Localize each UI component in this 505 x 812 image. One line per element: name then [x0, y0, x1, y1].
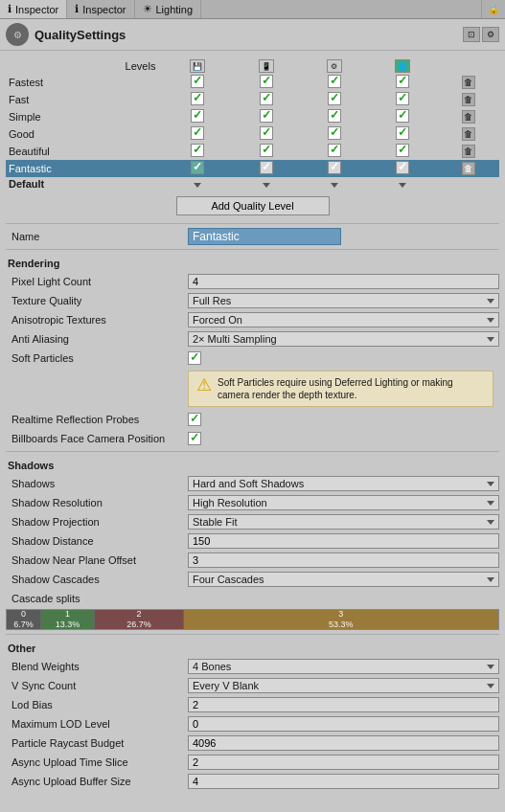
check-simple-3[interactable]	[328, 109, 341, 123]
check-fastest-2[interactable]	[260, 75, 273, 88]
content: Levels 💾 📱 ⚙ 🌐 Fastest 🗑	[0, 51, 505, 800]
realtime-reflection-label: Realtime Reflection Probes	[6, 414, 188, 425]
pixel-light-count-input[interactable]	[188, 274, 499, 289]
shadows-text: Hard and Soft Shadows	[193, 478, 304, 489]
check-good-1[interactable]	[191, 126, 204, 140]
check-good-3[interactable]	[328, 126, 341, 140]
shadow-near-plane-input[interactable]	[188, 553, 499, 568]
levels-header: Levels	[6, 58, 163, 74]
anti-aliasing-select[interactable]: 2× Multi Sampling	[188, 331, 499, 347]
blend-weights-arrow	[487, 665, 494, 669]
delete-fastest[interactable]: 🗑	[462, 76, 475, 89]
check-beautiful-4[interactable]	[396, 144, 409, 157]
check-fastest-3[interactable]	[328, 75, 341, 88]
delete-fantastic[interactable]: 🗑	[462, 162, 475, 175]
anti-aliasing-label: Anti Aliasing	[6, 333, 188, 345]
tab-inspector-2[interactable]: ℹ Inspector	[67, 0, 134, 18]
soft-particles-value	[188, 351, 499, 365]
level-row-good[interactable]: Good 🗑	[6, 125, 499, 143]
check-good-4[interactable]	[396, 126, 409, 140]
realtime-reflection-checkbox[interactable]	[188, 413, 201, 426]
delete-fast[interactable]: 🗑	[462, 93, 475, 106]
shadow-cascades-select[interactable]: Four Cascades	[188, 572, 499, 587]
texture-quality-arrow	[487, 299, 494, 304]
check-fast-4[interactable]	[396, 92, 409, 105]
blend-weights-text: 4 Bones	[193, 661, 231, 672]
lod-bias-input[interactable]	[188, 697, 499, 712]
async-upload-buffer-input[interactable]	[188, 774, 499, 789]
check-simple-1[interactable]	[191, 109, 204, 123]
lock-icon[interactable]: 🔒	[481, 0, 505, 18]
async-upload-time-value	[188, 755, 499, 770]
tab-lighting[interactable]: ☀ Lighting	[135, 0, 202, 18]
check-simple-2[interactable]	[260, 109, 273, 123]
check-simple-4[interactable]	[396, 109, 409, 123]
shadow-projection-select[interactable]: Stable Fit	[188, 514, 499, 530]
check-fast-2[interactable]	[260, 92, 273, 105]
level-row-fastest[interactable]: Fastest 🗑	[6, 74, 499, 91]
shadow-resolution-label: Shadow Resolution	[6, 497, 188, 508]
tab-inspector-1[interactable]: ℹ Inspector	[0, 0, 67, 18]
shadow-resolution-arrow	[487, 501, 494, 506]
cascade-segment-2[interactable]: 2 26.7%	[95, 610, 183, 629]
delete-good[interactable]: 🗑	[462, 127, 475, 141]
v-sync-count-arrow	[487, 684, 494, 688]
delete-beautiful[interactable]: 🗑	[462, 145, 475, 158]
shadows-select[interactable]: Hard and Soft Shadows	[188, 476, 499, 491]
async-upload-time-input[interactable]	[188, 755, 499, 770]
check-fastest-1[interactable]	[191, 75, 204, 88]
level-name-simple: Simple	[6, 108, 163, 125]
check-beautiful-3[interactable]	[328, 144, 341, 157]
header-buttons: ⊡ ⚙	[463, 27, 499, 42]
check-fast-3[interactable]	[328, 92, 341, 105]
warning-text: Soft Particles require using Deferred Li…	[218, 376, 485, 401]
check-fantastic-4[interactable]	[396, 161, 409, 174]
soft-particles-checkbox[interactable]	[188, 351, 201, 365]
level-row-fantastic[interactable]: Fantastic 🗑	[6, 160, 499, 177]
platform-icon-2: 📱	[232, 58, 300, 74]
check-beautiful-2[interactable]	[260, 144, 273, 157]
level-row-beautiful[interactable]: Beautiful 🗑	[6, 143, 499, 160]
add-quality-level-button[interactable]: Add Quality Level	[176, 196, 330, 215]
lighting-icon: ☀	[143, 3, 152, 15]
tab-inspector-2-label: Inspector	[82, 4, 126, 15]
shadow-resolution-select[interactable]: High Resolution	[188, 495, 499, 510]
level-row-fast[interactable]: Fast 🗑	[6, 91, 499, 108]
check-fantastic-1[interactable]	[191, 161, 204, 174]
check-beautiful-1[interactable]	[191, 144, 204, 157]
settings-button[interactable]: ⚙	[482, 27, 499, 42]
name-input[interactable]	[188, 228, 341, 245]
check-fast-1[interactable]	[191, 92, 204, 105]
particle-raycast-input[interactable]	[188, 735, 499, 751]
check-fantastic-2[interactable]	[260, 161, 273, 174]
blend-weights-select[interactable]: 4 Bones	[188, 659, 499, 674]
warning-triangle-icon: ⚠	[196, 376, 212, 394]
cascade-0-percent: 6.7%	[13, 620, 34, 630]
blend-weights-label: Blend Weights	[6, 661, 188, 672]
cascade-segment-1[interactable]: 1 13.3%	[41, 610, 95, 629]
shadows-arrow	[487, 482, 494, 486]
delete-simple[interactable]: 🗑	[462, 110, 475, 124]
level-name-good: Good	[6, 125, 163, 143]
shadow-distance-value	[188, 533, 499, 549]
cascade-segment-3[interactable]: 3 53.3%	[184, 610, 498, 629]
cascade-bar[interactable]: 0 6.7% 1 13.3% 2 26.7% 3 53.3%	[6, 609, 499, 630]
cascade-segment-0[interactable]: 0 6.7%	[7, 610, 41, 629]
max-lod-level-input[interactable]	[188, 716, 499, 732]
check-fastest-4[interactable]	[396, 75, 409, 88]
shadow-distance-input[interactable]	[188, 533, 499, 549]
check-good-2[interactable]	[260, 126, 273, 140]
texture-quality-row: Texture Quality Full Res	[6, 292, 499, 309]
expand-button[interactable]: ⊡	[463, 27, 480, 42]
default-arrow-3	[331, 183, 338, 188]
shadow-distance-label: Shadow Distance	[6, 535, 188, 547]
v-sync-count-select[interactable]: Every V Blank	[188, 678, 499, 693]
shadow-projection-value: Stable Fit	[188, 514, 499, 530]
billboards-checkbox[interactable]	[188, 432, 201, 445]
cascade-splits-row: Cascade splits	[6, 590, 499, 607]
texture-quality-select[interactable]: Full Res	[188, 293, 499, 308]
check-fantastic-3[interactable]	[328, 161, 341, 174]
level-row-simple[interactable]: Simple 🗑	[6, 108, 499, 125]
anisotropic-select[interactable]: Forced On	[188, 312, 499, 327]
max-lod-level-row: Maximum LOD Level	[6, 715, 499, 733]
